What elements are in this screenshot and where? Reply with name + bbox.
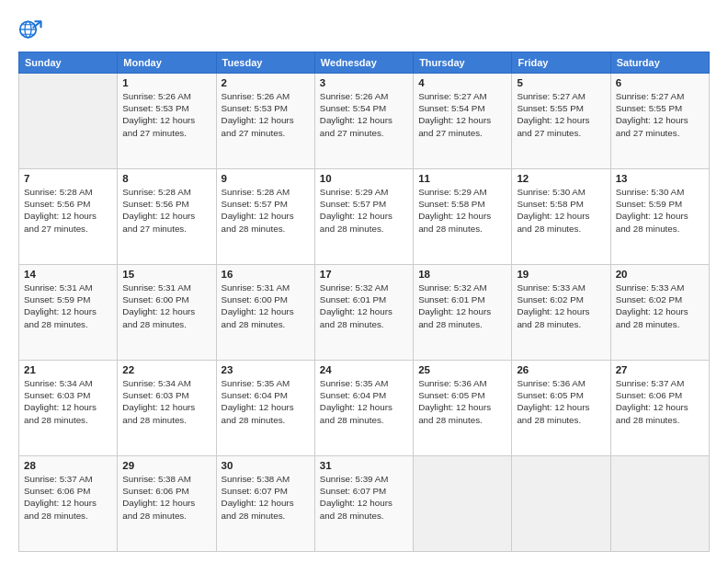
calendar-cell: 20Sunrise: 5:33 AM Sunset: 6:02 PM Dayli… — [610, 265, 709, 361]
cell-info: Sunrise: 5:31 AM Sunset: 6:00 PM Dayligh… — [122, 282, 210, 330]
calendar-week-2: 7Sunrise: 5:28 AM Sunset: 5:56 PM Daylig… — [19, 169, 710, 265]
cell-date: 27 — [616, 364, 704, 375]
calendar-cell: 7Sunrise: 5:28 AM Sunset: 5:56 PM Daylig… — [19, 169, 118, 265]
cell-info: Sunrise: 5:34 AM Sunset: 6:03 PM Dayligh… — [24, 377, 112, 426]
cell-date: 3 — [320, 77, 408, 88]
day-header-saturday: Saturday — [610, 52, 709, 74]
cell-date: 12 — [517, 173, 605, 184]
calendar-cell: 27Sunrise: 5:37 AM Sunset: 6:06 PM Dayli… — [610, 361, 709, 456]
calendar-table: SundayMondayTuesdayWednesdayThursdayFrid… — [18, 52, 710, 552]
cell-info: Sunrise: 5:36 AM Sunset: 6:05 PM Dayligh… — [418, 377, 506, 426]
day-header-monday: Monday — [118, 52, 216, 74]
day-header-friday: Friday — [512, 52, 610, 74]
cell-info: Sunrise: 5:32 AM Sunset: 6:01 PM Dayligh… — [320, 282, 408, 330]
calendar-cell — [512, 456, 610, 552]
calendar-cell: 6Sunrise: 5:27 AM Sunset: 5:55 PM Daylig… — [610, 74, 709, 169]
calendar-cell: 11Sunrise: 5:29 AM Sunset: 5:58 PM Dayli… — [414, 169, 512, 265]
calendar-cell — [19, 74, 118, 169]
cell-info: Sunrise: 5:27 AM Sunset: 5:55 PM Dayligh… — [517, 90, 605, 139]
calendar-week-1: 1Sunrise: 5:26 AM Sunset: 5:53 PM Daylig… — [19, 74, 710, 169]
calendar-cell: 17Sunrise: 5:32 AM Sunset: 6:01 PM Dayli… — [314, 265, 413, 361]
cell-date: 7 — [24, 173, 112, 184]
cell-info: Sunrise: 5:28 AM Sunset: 5:56 PM Dayligh… — [24, 186, 112, 235]
calendar-cell — [414, 456, 512, 552]
cell-date: 28 — [24, 460, 112, 471]
calendar-cell: 4Sunrise: 5:27 AM Sunset: 5:54 PM Daylig… — [414, 74, 512, 169]
cell-info: Sunrise: 5:29 AM Sunset: 5:58 PM Dayligh… — [418, 186, 506, 235]
calendar-cell: 16Sunrise: 5:31 AM Sunset: 6:00 PM Dayli… — [216, 265, 314, 361]
calendar-week-3: 14Sunrise: 5:31 AM Sunset: 5:59 PM Dayli… — [19, 265, 710, 361]
cell-date: 15 — [122, 269, 210, 280]
calendar-cell: 21Sunrise: 5:34 AM Sunset: 6:03 PM Dayli… — [19, 361, 118, 456]
calendar-cell: 19Sunrise: 5:33 AM Sunset: 6:02 PM Dayli… — [512, 265, 610, 361]
cell-date: 19 — [517, 269, 605, 280]
calendar-cell: 26Sunrise: 5:36 AM Sunset: 6:05 PM Dayli… — [512, 361, 610, 456]
cell-info: Sunrise: 5:28 AM Sunset: 5:57 PM Dayligh… — [222, 186, 310, 235]
day-header-tuesday: Tuesday — [216, 52, 314, 74]
cell-date: 30 — [222, 460, 310, 471]
logo — [18, 17, 48, 42]
cell-date: 6 — [616, 77, 704, 88]
day-header-wednesday: Wednesday — [314, 52, 413, 74]
calendar-cell: 29Sunrise: 5:38 AM Sunset: 6:06 PM Dayli… — [118, 456, 216, 552]
cell-date: 13 — [616, 173, 704, 184]
cell-date: 18 — [418, 269, 506, 280]
cell-date: 9 — [222, 173, 310, 184]
calendar-cell: 1Sunrise: 5:26 AM Sunset: 5:53 PM Daylig… — [118, 74, 216, 169]
cell-date: 5 — [517, 77, 605, 88]
cell-info: Sunrise: 5:31 AM Sunset: 5:59 PM Dayligh… — [24, 282, 112, 330]
calendar-week-5: 28Sunrise: 5:37 AM Sunset: 6:06 PM Dayli… — [19, 456, 710, 552]
calendar-cell: 5Sunrise: 5:27 AM Sunset: 5:55 PM Daylig… — [512, 74, 610, 169]
calendar-cell: 10Sunrise: 5:29 AM Sunset: 5:57 PM Dayli… — [314, 169, 413, 265]
cell-date: 29 — [122, 460, 210, 471]
cell-date: 8 — [122, 173, 210, 184]
calendar-cell: 31Sunrise: 5:39 AM Sunset: 6:07 PM Dayli… — [314, 456, 413, 552]
cell-date: 2 — [222, 77, 310, 88]
cell-date: 11 — [418, 173, 506, 184]
cell-date: 24 — [320, 364, 408, 375]
cell-date: 20 — [616, 269, 704, 280]
cell-info: Sunrise: 5:37 AM Sunset: 6:06 PM Dayligh… — [616, 377, 704, 426]
cell-info: Sunrise: 5:32 AM Sunset: 6:01 PM Dayligh… — [418, 282, 506, 330]
cell-info: Sunrise: 5:33 AM Sunset: 6:02 PM Dayligh… — [616, 282, 704, 330]
cell-info: Sunrise: 5:30 AM Sunset: 5:58 PM Dayligh… — [517, 186, 605, 235]
calendar-cell: 23Sunrise: 5:35 AM Sunset: 6:04 PM Dayli… — [216, 361, 314, 456]
calendar-cell: 2Sunrise: 5:26 AM Sunset: 5:53 PM Daylig… — [216, 74, 314, 169]
cell-date: 16 — [222, 269, 310, 280]
cell-info: Sunrise: 5:35 AM Sunset: 6:04 PM Dayligh… — [222, 377, 310, 426]
day-header-thursday: Thursday — [414, 52, 512, 74]
cell-date: 26 — [517, 364, 605, 375]
cell-date: 1 — [122, 77, 210, 88]
cell-date: 21 — [24, 364, 112, 375]
page: SundayMondayTuesdayWednesdayThursdayFrid… — [0, 0, 728, 563]
calendar-cell: 14Sunrise: 5:31 AM Sunset: 5:59 PM Dayli… — [19, 265, 118, 361]
calendar-cell: 9Sunrise: 5:28 AM Sunset: 5:57 PM Daylig… — [216, 169, 314, 265]
calendar-cell: 3Sunrise: 5:26 AM Sunset: 5:54 PM Daylig… — [314, 74, 413, 169]
cell-date: 25 — [418, 364, 506, 375]
calendar-header-row: SundayMondayTuesdayWednesdayThursdayFrid… — [19, 52, 710, 74]
cell-info: Sunrise: 5:29 AM Sunset: 5:57 PM Dayligh… — [320, 186, 408, 235]
cell-info: Sunrise: 5:30 AM Sunset: 5:59 PM Dayligh… — [616, 186, 704, 235]
cell-info: Sunrise: 5:31 AM Sunset: 6:00 PM Dayligh… — [222, 282, 310, 330]
cell-date: 10 — [320, 173, 408, 184]
cell-date: 31 — [320, 460, 408, 471]
calendar-cell: 28Sunrise: 5:37 AM Sunset: 6:06 PM Dayli… — [19, 456, 118, 552]
calendar-cell: 24Sunrise: 5:35 AM Sunset: 6:04 PM Dayli… — [314, 361, 413, 456]
cell-info: Sunrise: 5:26 AM Sunset: 5:53 PM Dayligh… — [222, 90, 310, 139]
logo-icon — [18, 17, 44, 42]
calendar-week-4: 21Sunrise: 5:34 AM Sunset: 6:03 PM Dayli… — [19, 361, 710, 456]
cell-info: Sunrise: 5:26 AM Sunset: 5:54 PM Dayligh… — [320, 90, 408, 139]
cell-date: 17 — [320, 269, 408, 280]
cell-info: Sunrise: 5:28 AM Sunset: 5:56 PM Dayligh… — [122, 186, 210, 235]
cell-info: Sunrise: 5:27 AM Sunset: 5:54 PM Dayligh… — [418, 90, 506, 139]
calendar-cell: 22Sunrise: 5:34 AM Sunset: 6:03 PM Dayli… — [118, 361, 216, 456]
calendar-cell: 25Sunrise: 5:36 AM Sunset: 6:05 PM Dayli… — [414, 361, 512, 456]
calendar-cell: 15Sunrise: 5:31 AM Sunset: 6:00 PM Dayli… — [118, 265, 216, 361]
cell-info: Sunrise: 5:26 AM Sunset: 5:53 PM Dayligh… — [122, 90, 210, 139]
calendar-cell: 13Sunrise: 5:30 AM Sunset: 5:59 PM Dayli… — [610, 169, 709, 265]
cell-info: Sunrise: 5:39 AM Sunset: 6:07 PM Dayligh… — [320, 473, 408, 522]
calendar-cell: 18Sunrise: 5:32 AM Sunset: 6:01 PM Dayli… — [414, 265, 512, 361]
cell-info: Sunrise: 5:27 AM Sunset: 5:55 PM Dayligh… — [616, 90, 704, 139]
day-header-sunday: Sunday — [19, 52, 118, 74]
cell-date: 22 — [122, 364, 210, 375]
